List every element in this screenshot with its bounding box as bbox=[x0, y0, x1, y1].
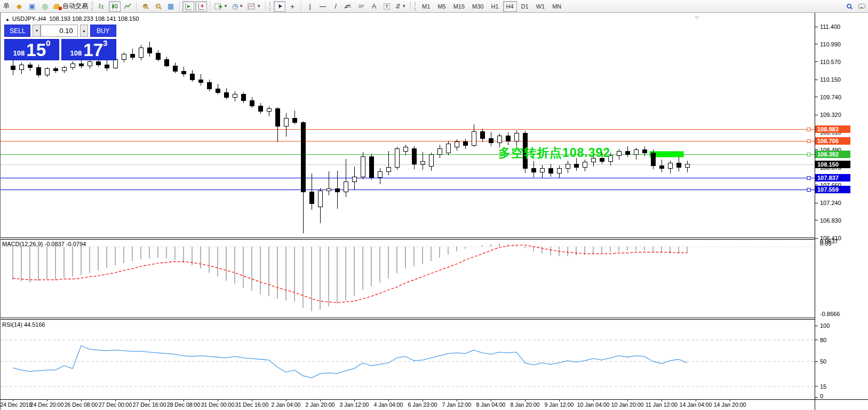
ohlc-values: 108.193 108.233 108.141 108.150 bbox=[49, 15, 139, 22]
fibonacci-icon: ≡ bbox=[358, 3, 362, 10]
trendline-icon: / bbox=[335, 3, 336, 10]
pivot-annotation-text[interactable]: 多空转折点108.392 bbox=[498, 145, 610, 161]
zoom-out-button[interactable]: - bbox=[152, 1, 164, 12]
tf-button-MN[interactable]: MN bbox=[549, 1, 564, 12]
tf-button-M30[interactable]: M30 bbox=[469, 1, 487, 12]
tf-button-D1[interactable]: D1 bbox=[518, 1, 532, 12]
buy-price-button[interactable]: 108 17 3 bbox=[61, 39, 116, 60]
svg-text:10 Jan 20:00: 10 Jan 20:00 bbox=[611, 401, 644, 408]
sell-price-button[interactable]: 108 15 0 bbox=[4, 39, 59, 60]
horizontal-line-icon: — bbox=[320, 3, 326, 10]
chat-button[interactable] bbox=[856, 1, 867, 12]
crosshair-button[interactable]: + bbox=[286, 1, 298, 12]
line-chart-button[interactable] bbox=[122, 1, 133, 12]
svg-text:108.983: 108.983 bbox=[817, 126, 839, 132]
tf-button-M1[interactable]: M1 bbox=[419, 1, 433, 12]
channel-button[interactable]: ≠E bbox=[343, 1, 354, 12]
tile-windows-button[interactable]: ▦ bbox=[165, 1, 177, 12]
toolbar-separator bbox=[179, 2, 180, 11]
toolbar-separator bbox=[265, 2, 266, 11]
rsi-splitter[interactable] bbox=[0, 318, 815, 320]
sell-price-big: 15 bbox=[26, 42, 46, 58]
svg-text:109.740: 109.740 bbox=[820, 94, 841, 100]
autotrading-button[interactable]: 自动交易 bbox=[52, 1, 90, 12]
periods-button[interactable]: ◷ ▼ bbox=[230, 1, 245, 12]
toolbar-grip[interactable] bbox=[415, 2, 417, 11]
volume-increase-button[interactable]: ▲ bbox=[80, 25, 88, 37]
search-button[interactable] bbox=[843, 1, 855, 12]
zoom-in-button[interactable]: + bbox=[139, 1, 151, 12]
gold-order-icon: ◆ bbox=[17, 3, 22, 10]
horizontal-line-button[interactable]: — bbox=[317, 1, 329, 12]
toolbar-separator bbox=[210, 2, 210, 11]
toolbar-grip[interactable] bbox=[269, 2, 272, 11]
chart-canvas[interactable]: 111.400110.990110.570110.150109.740109.3… bbox=[0, 0, 868, 410]
tf-button-H1[interactable]: H1 bbox=[488, 1, 501, 12]
toolbar-separator bbox=[136, 2, 137, 11]
bar-chart-button[interactable] bbox=[96, 1, 108, 12]
text-button[interactable]: A bbox=[368, 1, 380, 12]
collapse-triangle-icon[interactable]: ▲ bbox=[5, 17, 10, 22]
strategy-tester-button[interactable]: ◎ bbox=[39, 1, 51, 12]
chart-title: ▲USDJPY-,H4 108.193 108.233 108.141 108.… bbox=[5, 15, 139, 22]
volume-decrease-button[interactable]: ▼ bbox=[33, 25, 41, 37]
svg-text:9 Jan 12:00: 9 Jan 12:00 bbox=[545, 401, 574, 408]
chart-shift-button[interactable] bbox=[195, 1, 207, 12]
buy-price-sup: 3 bbox=[103, 38, 107, 48]
crosshair-icon: + bbox=[290, 2, 294, 11]
time-axis: 24 Dec 201824 Dec 20:0026 Dec 08:0027 De… bbox=[0, 399, 746, 408]
svg-text:10 Jan 04:00: 10 Jan 04:00 bbox=[577, 401, 610, 408]
cursor-button[interactable]: ➤ bbox=[274, 1, 285, 12]
svg-text:107.240: 107.240 bbox=[820, 200, 841, 206]
window-left-border bbox=[0, 13, 1, 410]
market-watch-button[interactable]: ▣ bbox=[26, 1, 38, 12]
buy-button[interactable]: BUY bbox=[90, 25, 116, 37]
svg-text:31 Dec 00:00: 31 Dec 00:00 bbox=[201, 401, 235, 408]
svg-text:-0.8666: -0.8666 bbox=[820, 311, 840, 317]
macd-splitter[interactable] bbox=[0, 238, 815, 240]
svg-text:80: 80 bbox=[820, 337, 826, 343]
tf-button-M15[interactable]: M15 bbox=[450, 1, 468, 12]
label-button[interactable]: T bbox=[381, 1, 393, 12]
new-order-partial-button[interactable]: 单 bbox=[1, 1, 12, 12]
macd-indicator-label: MACD(12,26,9) -0.0837 -0.0794 bbox=[2, 241, 86, 247]
one-click-trading-panel: SELL ▼ 0.10 ▲ BUY 108 15 0 108 17 3 bbox=[4, 25, 116, 60]
svg-text:108.392: 108.392 bbox=[817, 151, 839, 157]
svg-text:14 Jan 04:00: 14 Jan 04:00 bbox=[680, 401, 712, 408]
main-toolbar: 单 ◆ ▣ ◎ 自动交易 + - ▦ ▼ ◷ ▼ ▼ ➤ + | — / ≠E bbox=[0, 0, 868, 13]
tf-button-M5[interactable]: M5 bbox=[434, 1, 449, 12]
templates-icon bbox=[248, 3, 256, 10]
indicators-button[interactable]: ▼ bbox=[213, 1, 229, 12]
chat-icon bbox=[858, 4, 865, 9]
line-chart-icon bbox=[124, 3, 131, 10]
svg-text:110.570: 110.570 bbox=[820, 59, 841, 65]
trendline-button[interactable]: / bbox=[330, 1, 341, 12]
svg-text:111.400: 111.400 bbox=[820, 23, 840, 30]
toolbar-separator bbox=[410, 2, 411, 11]
auto-scroll-button[interactable] bbox=[182, 1, 194, 12]
svg-text:15: 15 bbox=[820, 383, 826, 390]
tf-button-W1[interactable]: W1 bbox=[533, 1, 548, 12]
svg-text:31 Dec 16:00: 31 Dec 16:00 bbox=[235, 401, 269, 408]
fibonacci-button[interactable]: ≡F bbox=[355, 1, 367, 12]
candles-layer bbox=[11, 42, 689, 233]
svg-text:108.150: 108.150 bbox=[817, 161, 839, 168]
new-order-button[interactable]: ◆ bbox=[13, 1, 25, 12]
toolbar-grip[interactable] bbox=[92, 2, 94, 11]
sell-button[interactable]: SELL bbox=[4, 25, 30, 37]
candlestick-chart-button[interactable] bbox=[109, 1, 121, 12]
svg-text:110.990: 110.990 bbox=[820, 41, 841, 48]
zoom-in-icon: + bbox=[143, 4, 148, 9]
volume-input[interactable]: 0.10 bbox=[41, 25, 77, 37]
vertical-line-button[interactable]: | bbox=[304, 1, 316, 12]
zoom-out-icon: - bbox=[156, 4, 161, 9]
shapes-button[interactable]: ⇵▼ bbox=[394, 1, 408, 12]
market-watch-icon: ▣ bbox=[29, 3, 35, 10]
shift-marker-icon[interactable]: ▽ bbox=[695, 15, 699, 20]
templates-button[interactable]: ▼ bbox=[246, 1, 262, 12]
buy-price-big: 17 bbox=[83, 42, 103, 58]
dropdown-arrow-icon: ▼ bbox=[257, 4, 261, 9]
svg-text:107.559: 107.559 bbox=[817, 186, 839, 193]
tester-icon: ◎ bbox=[42, 3, 47, 10]
tf-button-H4[interactable]: H4 bbox=[503, 1, 517, 12]
